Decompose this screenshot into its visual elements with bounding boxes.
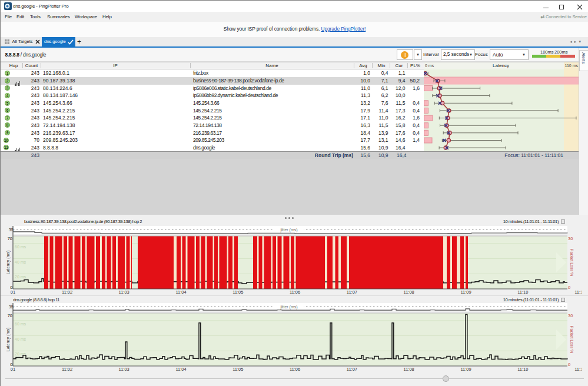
svg-text:0: 0 — [568, 362, 570, 367]
svg-text:11:06: 11:06 — [290, 290, 300, 295]
svg-text:70: 70 — [8, 236, 12, 241]
svg-text:11:06: 11:06 — [290, 367, 300, 372]
svg-text:11:05: 11:05 — [232, 290, 243, 295]
svg-text:35: 35 — [9, 304, 14, 310]
svg-text:Packet Loss %: Packet Loss % — [570, 326, 574, 353]
svg-text:jitter (ms): jitter (ms) — [280, 228, 297, 232]
svg-text:11:04: 11:04 — [175, 290, 186, 295]
svg-text:11:07: 11:07 — [347, 290, 357, 295]
svg-text:11:10: 11:10 — [517, 290, 528, 295]
svg-text:11:08: 11:08 — [404, 290, 414, 295]
svg-text:11:10: 11:10 — [517, 367, 528, 372]
svg-text:60 ms: 60 ms — [15, 245, 26, 249]
svg-text:40 ms: 40 ms — [15, 260, 26, 264]
svg-text:70: 70 — [8, 313, 12, 318]
svg-text:60 ms: 60 ms — [15, 322, 26, 326]
svg-text:11:05: 11:05 — [232, 367, 243, 372]
svg-text:11:09: 11:09 — [460, 367, 471, 372]
svg-text:30: 30 — [568, 236, 573, 241]
svg-text:11:08: 11:08 — [404, 367, 414, 372]
svg-text:0: 0 — [568, 285, 570, 290]
svg-text:11:04: 11:04 — [175, 367, 186, 372]
svg-text:11:02: 11:02 — [62, 290, 72, 295]
svg-text:11:03: 11:03 — [119, 290, 129, 295]
svg-text:11:02: 11:02 — [62, 367, 72, 372]
svg-text:jitter (ms): jitter (ms) — [280, 305, 297, 310]
svg-text:20 ms: 20 ms — [15, 275, 26, 279]
svg-text:Packet Loss %: Packet Loss % — [570, 249, 574, 276]
svg-text:30: 30 — [568, 313, 573, 318]
svg-text:40 ms: 40 ms — [15, 337, 26, 341]
svg-text:35: 35 — [9, 227, 14, 232]
svg-text:Latency (ms): Latency (ms) — [6, 328, 11, 351]
svg-text:Latency (ms): Latency (ms) — [6, 251, 11, 274]
svg-text:11:03: 11:03 — [119, 367, 129, 372]
svg-text:11:09: 11:09 — [460, 290, 471, 295]
svg-text:11:07: 11:07 — [347, 367, 357, 372]
